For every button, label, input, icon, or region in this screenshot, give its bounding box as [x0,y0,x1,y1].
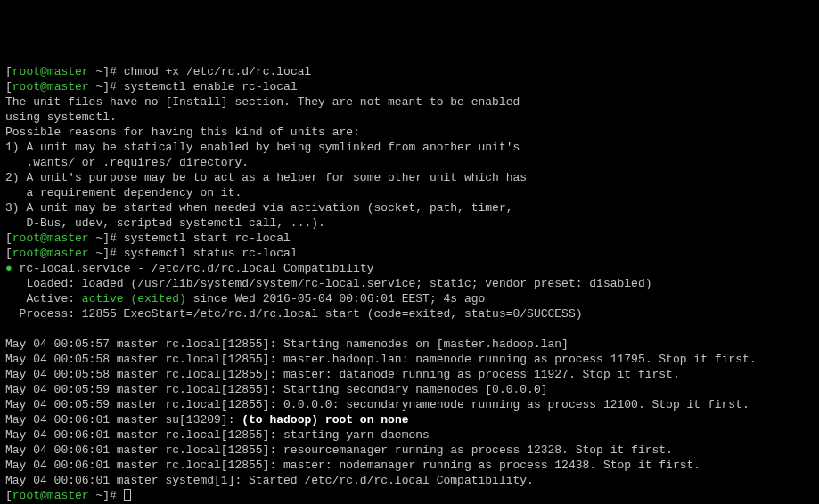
cmd-status: systemctl status rc-local [124,247,298,260]
output-line: D-Bus, udev, scripted systemctl call, ..… [5,215,814,231]
cursor-icon[interactable] [124,489,131,501]
prompt-at: @ [40,65,47,78]
output-line: The unit files have no [Install] section… [5,94,814,110]
status-title-line: ● rc-local.service - /etc/rc.d/rc.local … [5,261,814,276]
output-line: 2) A unit's purpose may be to act as a h… [5,170,814,185]
status-loaded: Loaded: loaded (/usr/lib/systemd/system/… [5,276,814,291]
output-line: 3) A unit may be started when needed via… [5,200,814,215]
output-line: using systemctl. [5,110,814,125]
log-line: May 04 00:05:59 master rc.local[12855]: … [5,382,814,397]
prompt-line-2: [root@master ~]# systemctl enable rc-loc… [5,79,814,94]
output-line: .wants/ or .requires/ directory. [5,155,814,170]
log-line: May 04 00:05:59 master rc.local[12855]: … [5,397,814,412]
prompt-line-5: [root@master ~]# [5,488,814,503]
status-dot-icon: ● [5,262,12,275]
status-process: Process: 12855 ExecStart=/etc/rc.d/rc.lo… [5,306,814,321]
prompt-line-3: [root@master ~]# systemctl start rc-loca… [5,231,814,246]
log-bold-text: (to hadoop) root on none [242,413,408,427]
output-line: Possible reasons for having this kind of… [5,125,814,140]
log-line: May 04 00:05:58 master rc.local[12855]: … [5,367,814,382]
log-line: May 04 00:06:01 master rc.local[12855]: … [5,458,814,473]
status-title: rc-local.service - /etc/rc.d/rc.local Co… [12,262,374,275]
prompt-close: ]# [102,65,123,78]
blank-line [5,321,814,337]
prompt-open: [ [5,65,12,78]
cmd-start: systemctl start rc-local [124,232,291,245]
prompt-line-4: [root@master ~]# systemctl status rc-loc… [5,246,814,261]
cmd-chmod: chmod +x /etc/rc.d/rc.local [124,65,312,78]
output-line: a requirement dependency on it. [5,185,814,200]
terminal-screen[interactable]: [root@master ~]# chmod +x /etc/rc.d/rc.l… [5,64,814,503]
status-active-line: Active: active (exited) since Wed 2016-0… [5,291,814,306]
log-line: May 04 00:06:01 master systemd[1]: Start… [5,473,814,488]
prompt-host: master [47,65,89,78]
prompt-user: root [12,65,40,78]
log-line: May 04 00:06:01 master rc.local[12855]: … [5,427,814,443]
log-line: May 04 00:05:58 master rc.local[12855]: … [5,352,814,367]
status-active-value: active (exited) [82,292,186,305]
prompt-path: ~ [89,65,103,78]
log-line: May 04 00:06:01 master rc.local[12855]: … [5,443,814,458]
cmd-enable: systemctl enable rc-local [124,80,298,93]
log-line-bold: May 04 00:06:01 master su[13209]: (to ha… [5,412,814,427]
output-line: 1) A unit may be statically enabled by b… [5,140,814,155]
log-line: May 04 00:05:57 master rc.local[12855]: … [5,337,814,352]
prompt-line-1: [root@master ~]# chmod +x /etc/rc.d/rc.l… [5,64,814,79]
